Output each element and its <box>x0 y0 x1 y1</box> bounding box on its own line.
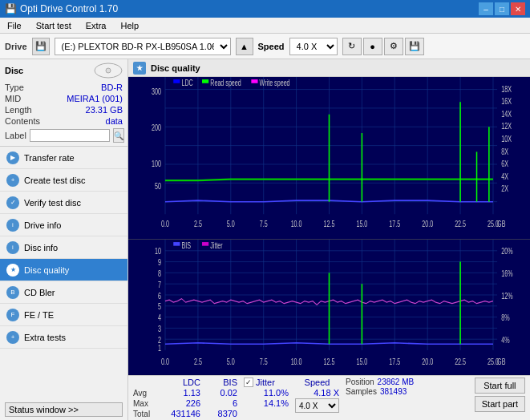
speed-stat-header: Speed <box>295 378 339 387</box>
svg-text:10.0: 10.0 <box>291 357 302 367</box>
length-value: 23.31 GB <box>86 105 123 115</box>
svg-text:100: 100 <box>152 160 161 169</box>
start-part-button[interactable]: Start part <box>475 396 525 412</box>
refresh-icon[interactable]: ↻ <box>342 38 362 55</box>
drive-info-label: Drive info <box>24 220 61 230</box>
svg-text:BIS: BIS <box>181 241 191 251</box>
drive-select[interactable]: (E:) PLEXTOR BD-R PX-LB950SA 1.06 <box>55 38 231 55</box>
disc-quality-header: ★ Disc quality <box>128 59 530 77</box>
menu-start-test[interactable]: Start test <box>32 20 75 31</box>
svg-text:Write speed: Write speed <box>260 78 290 87</box>
eject-button[interactable]: ▲ <box>236 38 253 55</box>
save-icon[interactable]: 💾 <box>405 38 424 55</box>
menu-file[interactable]: File <box>3 20 26 31</box>
svg-text:20%: 20% <box>501 247 512 256</box>
status-window-button[interactable]: Status window >> <box>5 402 123 417</box>
create-test-disc-icon: + <box>6 174 19 187</box>
sidebar-item-verify-test-disc[interactable]: ✓ Verify test disc <box>0 192 127 214</box>
avg-jitter: 11.0% <box>257 388 289 398</box>
svg-text:50: 50 <box>155 182 161 192</box>
svg-text:22.5: 22.5 <box>455 357 466 367</box>
speed-section: Speed 4.18 X 4.0 X <box>295 378 339 413</box>
svg-text:12.5: 12.5 <box>324 219 335 228</box>
upper-chart: 300 200 100 50 18X 16X 14X 12X 10X 8X 6X… <box>128 77 530 240</box>
drive-icon-btn[interactable]: 💾 <box>32 38 50 55</box>
disc-label-btn[interactable]: 🔍 <box>113 128 124 143</box>
close-button[interactable]: ✕ <box>511 2 525 15</box>
app-title: 💾 Opti Drive Control 1.70 <box>5 3 118 14</box>
drive-info-icon: i <box>6 219 19 232</box>
charts-area: 300 200 100 50 18X 16X 14X 12X 10X 8X 6X… <box>128 77 530 375</box>
type-label: Type <box>5 83 24 92</box>
contents-value: data <box>106 116 123 126</box>
svg-text:4%: 4% <box>501 336 509 345</box>
minimize-button[interactable]: – <box>479 2 493 15</box>
disc-quality-header-icon: ★ <box>133 62 146 75</box>
svg-text:6X: 6X <box>501 160 508 169</box>
menubar: File Start test Extra Help <box>0 18 530 34</box>
sidebar-item-cd-bler[interactable]: B CD Bler <box>0 281 127 304</box>
svg-text:300: 300 <box>152 87 161 96</box>
samples-label: Samples <box>346 387 377 396</box>
avg-label: Avg <box>133 389 156 398</box>
max-label: Max <box>133 399 156 408</box>
svg-text:15.0: 15.0 <box>356 357 367 367</box>
disc-info-label: Disc info <box>24 243 58 252</box>
svg-text:16%: 16% <box>501 269 512 279</box>
verify-test-disc-label: Verify test disc <box>24 198 81 208</box>
settings-icon[interactable]: ⚙ <box>384 38 403 55</box>
jitter-checkbox[interactable]: ✓ <box>244 378 253 387</box>
svg-text:10: 10 <box>155 247 161 256</box>
svg-text:6: 6 <box>158 292 161 301</box>
svg-text:20.0: 20.0 <box>422 219 433 228</box>
sidebar-item-drive-info[interactable]: i Drive info <box>0 214 127 236</box>
disc-info-icon: i <box>6 241 19 254</box>
sidebar-item-create-test-disc[interactable]: + Create test disc <box>0 169 127 192</box>
extra-tests-label: Extra tests <box>24 333 66 342</box>
position-label: Position <box>346 378 374 386</box>
svg-text:18X: 18X <box>501 84 512 94</box>
disc-label-input[interactable] <box>30 129 110 142</box>
speed-select[interactable]: 4.0 X <box>289 38 338 55</box>
main-area: Disc Type BD-R MID MEIRA1 (001) Length 2… <box>0 59 530 420</box>
svg-text:LDC: LDC <box>181 78 193 87</box>
svg-text:14X: 14X <box>501 109 512 119</box>
start-buttons: Start full Start part <box>475 378 525 412</box>
menu-extra[interactable]: Extra <box>82 20 111 31</box>
sidebar-item-extra-tests[interactable]: + Extra tests <box>0 326 127 349</box>
svg-text:22.5: 22.5 <box>455 219 466 228</box>
upper-chart-svg: 300 200 100 50 18X 16X 14X 12X 10X 8X 6X… <box>128 77 530 239</box>
svg-text:12X: 12X <box>501 122 512 131</box>
svg-text:7.5: 7.5 <box>260 357 268 367</box>
svg-text:8%: 8% <box>501 313 509 323</box>
svg-text:4: 4 <box>158 313 161 323</box>
disc-svg-icon <box>94 63 123 79</box>
sidebar-item-transfer-rate[interactable]: ▶ Transfer rate <box>0 147 127 169</box>
sidebar-item-disc-quality[interactable]: ★ Disc quality <box>0 259 127 281</box>
maximize-button[interactable]: □ <box>495 2 509 15</box>
svg-rect-48 <box>202 79 208 83</box>
speed-stat-select[interactable]: 4.0 X <box>295 398 339 413</box>
position-section: Position 23862 MB Samples 381493 <box>346 378 414 396</box>
svg-text:200: 200 <box>152 123 161 132</box>
position-value: 23862 MB <box>378 378 415 386</box>
menu-help[interactable]: Help <box>116 20 143 31</box>
svg-text:2X: 2X <box>501 184 508 194</box>
svg-rect-50 <box>251 79 257 83</box>
svg-text:7: 7 <box>158 281 161 290</box>
drive-action-icons: ↻ ● ⚙ 💾 <box>342 38 424 55</box>
sidebar-item-fe-te[interactable]: F FE / TE <box>0 304 127 326</box>
sidebar-item-disc-info[interactable]: i Disc info <box>0 236 127 259</box>
create-test-disc-label: Create test disc <box>24 176 85 185</box>
disc-icon[interactable]: ● <box>363 38 382 55</box>
disc-label-label: Label <box>5 131 26 140</box>
disc-panel-title: Disc <box>5 66 23 75</box>
svg-text:0.0: 0.0 <box>161 219 169 228</box>
svg-text:5: 5 <box>158 302 161 312</box>
samples-value: 381493 <box>380 387 407 396</box>
max-jitter: 14.1% <box>257 398 289 408</box>
start-full-button[interactable]: Start full <box>475 378 525 394</box>
transfer-rate-icon: ▶ <box>6 151 19 164</box>
svg-text:4X: 4X <box>501 172 508 181</box>
speed-stat-value: 4.18 X <box>295 388 339 398</box>
